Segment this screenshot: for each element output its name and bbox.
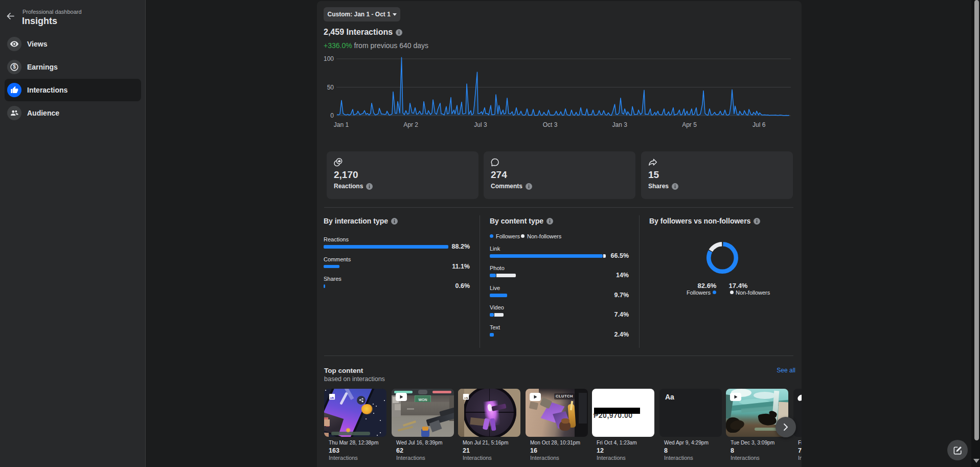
svg-text:Jan 3: Jan 3 xyxy=(612,121,628,128)
svg-text:50: 50 xyxy=(327,84,334,91)
svg-text:Apr 5: Apr 5 xyxy=(682,121,697,128)
svg-text:$: $ xyxy=(13,64,16,70)
svg-text:0: 0 xyxy=(330,112,334,119)
svg-text:100: 100 xyxy=(324,55,334,62)
svg-text:Apr 2: Apr 2 xyxy=(403,121,418,128)
svg-text:Jul 3: Jul 3 xyxy=(474,121,487,128)
svg-text:Jul 6: Jul 6 xyxy=(753,121,766,128)
svg-text:Oct 3: Oct 3 xyxy=(543,121,558,128)
svg-text:Jan 1: Jan 1 xyxy=(334,121,349,128)
